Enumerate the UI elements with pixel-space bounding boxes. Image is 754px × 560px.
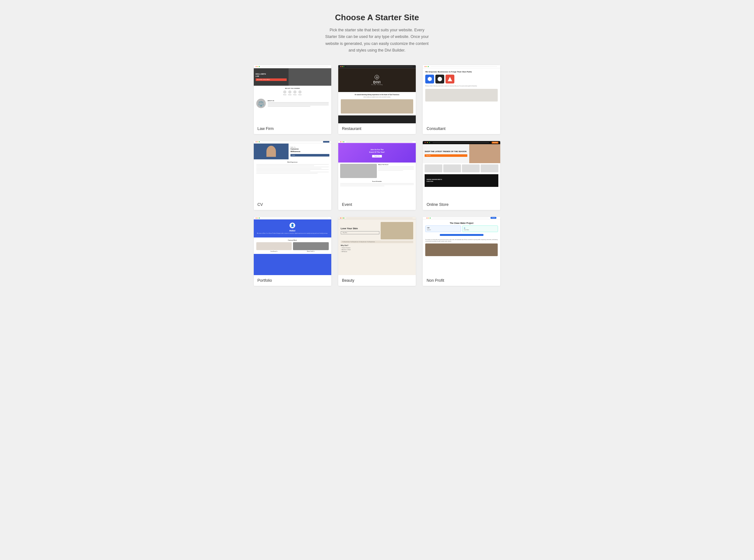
page-subtitle: Pick the starter site that best suits yo… xyxy=(323,27,431,54)
cons-shapes xyxy=(425,75,498,83)
np-stat-1: 1SM Impacted xyxy=(425,225,461,232)
topbar-url-bar xyxy=(262,142,321,142)
event-about: About The Event xyxy=(338,162,416,179)
law-about-content: ABOUT US xyxy=(268,100,329,107)
topbar-dots xyxy=(425,66,429,67)
store-topbar: Shop Now xyxy=(423,141,500,144)
port-item-label-1: Trinity Beauty Co. xyxy=(256,251,292,252)
cons-hex-icon xyxy=(427,77,432,81)
np-stat-cards: 1SM Impacted 🌊 Clean Water xyxy=(425,225,498,232)
np-stat-label-1: 1SM xyxy=(427,227,460,228)
beauty-why-item-3: ✓ All Natural xyxy=(341,251,413,252)
dot-green xyxy=(343,66,344,67)
cv-hero: Hello, I'm CameronWilliamson Contact xyxy=(254,143,331,159)
card-law-firm[interactable]: DOE & SMITHLAW GET A FREE CONSULTATION W… xyxy=(254,65,331,134)
cons-shape-hex xyxy=(425,75,434,83)
store-thumbs xyxy=(423,163,500,174)
dot-green xyxy=(428,66,429,67)
port-grid: Trinity Beauty Co. Mirage Candle Co. xyxy=(256,242,329,252)
law-services-title: WE GOT YOU COVERED xyxy=(256,87,329,89)
event-hero-title: Join Us For TheEvent Of The Year! xyxy=(369,148,385,153)
cons-shape-tri xyxy=(445,75,455,83)
beauty-ticker: • It's Beautiful skin • Feel Beautiful s… xyxy=(341,241,413,243)
store-hero: SHOP THE LATEST TRENDS OF THE SEASON Sho… xyxy=(423,144,500,163)
port-work-title: Featured Work xyxy=(256,239,329,241)
dot-yellow xyxy=(427,142,428,143)
preview-portfolio: 👤 Hello! My name is Brian, I'm a Senior … xyxy=(254,217,331,275)
np-stat-2: 🌊 Clean Water xyxy=(462,225,498,232)
card-portfolio[interactable]: 👤 Hello! My name is Brian, I'm a Senior … xyxy=(254,217,331,286)
beauty-hero-text: Love Your Skin Shop Now → xyxy=(341,222,379,239)
card-label-law-firm: Law Firm xyxy=(254,123,331,134)
page-header: Choose A Starter Site Pick the starter s… xyxy=(254,13,501,54)
event-crowd-image xyxy=(340,164,377,178)
cv-portrait xyxy=(266,146,276,157)
rest-about-title: An award-winning dining experience in th… xyxy=(341,94,413,96)
beauty-why-section: Why Divi? ✓ Vitamin Enriched ✓ Attentive… xyxy=(338,243,416,254)
card-cv[interactable]: Hello, I'm CameronWilliamson Contact Wor… xyxy=(254,141,331,210)
beauty-topbar xyxy=(338,217,416,219)
card-label-event: Event xyxy=(338,199,416,210)
topbar-dots xyxy=(340,66,344,67)
beauty-why-item-1: ✓ Vitamin Enriched xyxy=(341,247,413,248)
topbar-dots xyxy=(256,66,260,67)
law-icon-3: Service xyxy=(293,91,296,96)
np-progress-bar xyxy=(440,234,483,236)
dot-red xyxy=(340,66,341,67)
store-hero-btn: Shop Now xyxy=(425,154,467,157)
card-event[interactable]: Join Us For TheEvent Of The Year! Regist… xyxy=(338,141,416,210)
law-icon-circle-3 xyxy=(293,91,296,94)
event-register-btn: Register Now xyxy=(372,155,382,158)
cv-nav-btn xyxy=(323,141,329,143)
card-label-portfolio: Portfolio xyxy=(254,275,331,286)
event-sched-line-2 xyxy=(340,184,414,185)
law-icons: Service Service Service Service xyxy=(256,91,329,96)
card-restaurant[interactable]: D DIVI Est. 2024 · Fine Dining An award-… xyxy=(338,65,416,134)
law-icon-1: Service xyxy=(283,91,286,96)
card-beauty[interactable]: Love Your Skin Shop Now → • It's Beautif… xyxy=(338,217,416,286)
law-hero: DOE & SMITHLAW GET A FREE CONSULTATION xyxy=(254,68,331,86)
np-hero: The Clean Water Project 1SM Impacted 🌊 C… xyxy=(423,219,500,239)
port-item-img-1 xyxy=(256,242,292,250)
beauty-hero-image xyxy=(381,222,413,239)
port-item-img-2 xyxy=(293,242,329,250)
card-nonprofit[interactable]: Donate The Clean Water Project 1SM Impac… xyxy=(423,217,500,286)
cv-photo xyxy=(254,143,289,159)
preview-cv: Hello, I'm CameronWilliamson Contact Wor… xyxy=(254,141,331,199)
cons-shape-circle xyxy=(436,75,444,83)
topbar-url-bar xyxy=(262,66,328,67)
cons-circle-icon xyxy=(438,77,442,81)
port-topbar xyxy=(254,217,331,219)
store-banner-text: WHERE FASHION MEETSFUNCTION xyxy=(426,179,442,182)
port-name: Hello! xyxy=(256,229,329,232)
dot-yellow xyxy=(428,218,429,219)
cons-content: We Empower Businesses to Forge Their Own… xyxy=(423,68,500,104)
event-schedule: Event Schedule xyxy=(338,179,416,188)
port-work-section: Featured Work Trinity Beauty Co. Mirage … xyxy=(254,238,331,254)
np-body: Our mission is to ensure that every pers… xyxy=(423,239,500,256)
rest-topbar xyxy=(338,65,416,68)
rest-hero: D DIVI Est. 2024 · Fine Dining xyxy=(338,68,416,92)
dot-yellow xyxy=(426,66,427,67)
np-donate-btn: Donate xyxy=(490,217,497,219)
law-hero-image xyxy=(289,68,331,86)
preview-restaurant: D DIVI Est. 2024 · Fine Dining An award-… xyxy=(338,65,416,123)
preview-beauty: Love Your Skin Shop Now → • It's Beautif… xyxy=(338,217,416,275)
rest-image xyxy=(341,99,413,114)
topbar-url-bar xyxy=(262,218,328,219)
preview-online-store: Shop Now SHOP THE LATEST TRENDS OF THE S… xyxy=(423,141,500,199)
topbar-url-bar xyxy=(346,66,412,67)
event-topbar xyxy=(338,141,416,143)
card-online-store[interactable]: Shop Now SHOP THE LATEST TRENDS OF THE S… xyxy=(423,141,500,210)
dot-green xyxy=(429,142,430,143)
card-label-consultant: Consultant xyxy=(423,123,500,134)
event-sched-line-1 xyxy=(340,183,414,184)
dot-green xyxy=(259,218,260,219)
store-thumb-3 xyxy=(462,164,480,172)
rest-content: An award-winning dining experience in th… xyxy=(338,92,416,115)
beauty-hero-title: Love Your Skin xyxy=(341,227,379,230)
beauty-ticker-text: • It's Beautiful skin • Feel Beautiful s… xyxy=(342,241,375,242)
law-firm-title: DOE & SMITHLAW xyxy=(256,73,287,77)
card-consultant[interactable]: We Empower Businesses to Forge Their Own… xyxy=(423,65,500,134)
preview-law-firm: DOE & SMITHLAW GET A FREE CONSULTATION W… xyxy=(254,65,331,123)
